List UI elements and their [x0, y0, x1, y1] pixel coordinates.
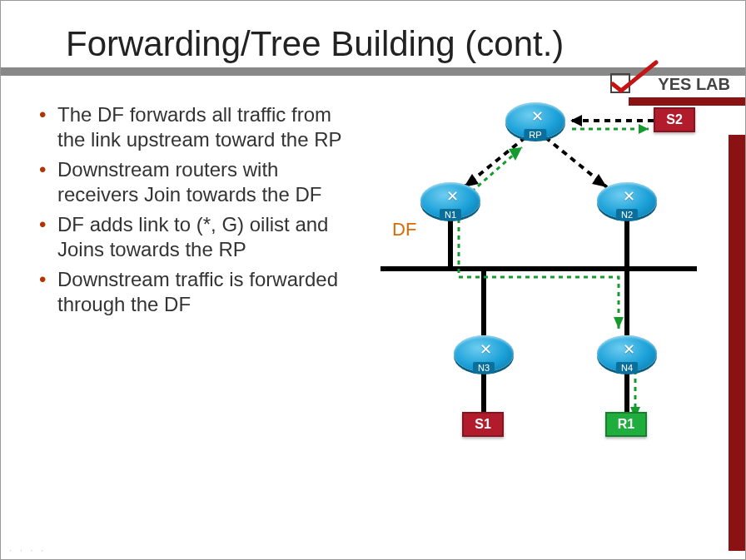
svg-marker-9 [570, 115, 582, 126]
bullet-item: Downstream traffic is forwarded through … [39, 267, 356, 317]
footer-marks: · · · · [9, 544, 46, 556]
network-diagram: ✕RP ✕N1 ✕N2 ✕N3 ✕N4 S2 S1 R1 DF [356, 102, 714, 452]
node-s2: S2 [654, 107, 695, 132]
content-area: The DF forwards all traffic from the lin… [1, 76, 745, 452]
diagram-links [356, 102, 714, 452]
svg-marker-18 [614, 317, 624, 329]
node-r1: R1 [605, 412, 647, 437]
bullet-item: DF adds link to (*, G) oilist and Joins … [39, 212, 356, 262]
router-n1: ✕N1 [420, 182, 480, 219]
bullet-item: Downstream routers with receivers Join t… [39, 157, 356, 207]
router-n2: ✕N2 [597, 182, 657, 219]
svg-marker-15 [639, 124, 649, 134]
router-n4: ✕N4 [597, 335, 657, 372]
slide-title: Forwarding/Tree Building (cont.) [66, 24, 745, 64]
df-label: DF [392, 219, 416, 240]
side-accent-bar [729, 135, 745, 551]
svg-marker-13 [592, 174, 607, 187]
brand-text: YES LAB [658, 75, 730, 94]
router-n3: ✕N3 [454, 335, 514, 372]
node-s1: S1 [462, 412, 504, 437]
brand-logo: YES LAB [609, 59, 730, 94]
slide: Forwarding/Tree Building (cont.) YES LAB… [0, 0, 746, 560]
bullet-list: The DF forwards all traffic from the lin… [39, 102, 356, 452]
checkmark-box-icon [609, 59, 659, 94]
router-rp: ✕RP [505, 102, 565, 139]
bullet-item: The DF forwards all traffic from the lin… [39, 102, 356, 152]
